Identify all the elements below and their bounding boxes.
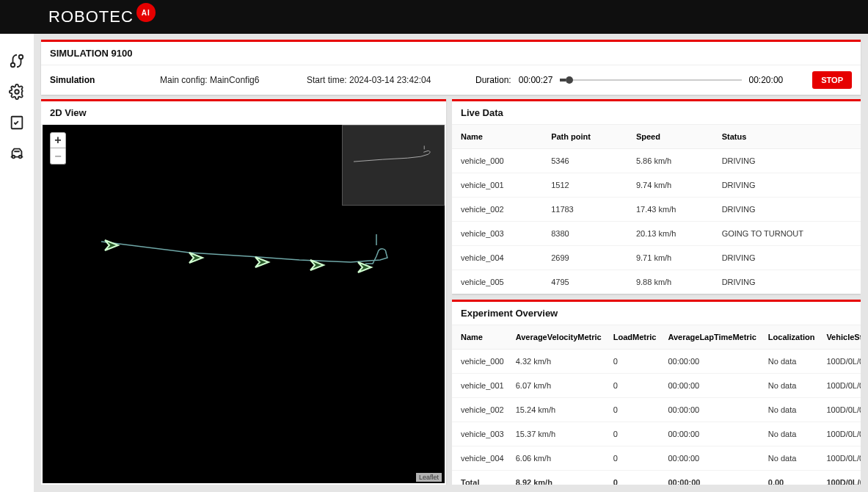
table-row[interactable]: vehicle_002 11783 17.43 km/h DRIVING [452, 198, 861, 222]
cell-avg-vel: 6.06 km/h [510, 446, 608, 471]
content: SIMULATION 9100 Simulation Main config: … [34, 34, 868, 492]
table-row[interactable]: vehicle_000 5346 5.86 km/h DRIVING [452, 149, 861, 173]
cell-avg-vel: 4.32 km/h [510, 350, 608, 374]
map-viewport[interactable]: + − [43, 125, 445, 483]
cell-speed: 9.88 km/h [627, 270, 713, 294]
stop-button[interactable]: STOP [812, 71, 852, 89]
col-load: LoadMetric [608, 325, 663, 350]
cell-name: vehicle_003 [452, 422, 510, 446]
table-row[interactable]: vehicle_000 4.32 km/h 0 00:00:00 No data… [452, 350, 861, 374]
map-panel: 2D View + − [41, 99, 446, 485]
progress-thumb[interactable] [566, 76, 573, 84]
cell-lap: 00:00:00 [662, 446, 762, 471]
cell-loc: 0.00 [762, 471, 821, 485]
progress-fill [560, 79, 565, 82]
title-panel: SIMULATION 9100 Simulation Main config: … [41, 40, 861, 95]
experiment-title: Experiment Overview [452, 302, 861, 325]
vehicle-icon[interactable] [9, 145, 25, 162]
minimap[interactable] [342, 125, 445, 206]
cell-speed: 9.74 km/h [627, 173, 713, 198]
cell-status: GOING TO TURNOUT [713, 222, 861, 246]
cell-name: vehicle_000 [452, 350, 510, 374]
progress-slider[interactable] [560, 79, 741, 81]
cell-path: 1512 [542, 173, 627, 198]
cell-status: DRIVING [713, 198, 861, 222]
cell-status: 100D/0L/0U/0W [820, 374, 861, 398]
info-start-time: Start time: 2024-03-14 23:42:04 [307, 75, 453, 85]
table-row[interactable]: vehicle_001 6.07 km/h 0 00:00:00 No data… [452, 374, 861, 398]
logo-ai-badge: AI [136, 3, 156, 22]
cell-name: Total [452, 471, 510, 485]
table-header-row: Name AverageVelocityMetric LoadMetric Av… [452, 325, 861, 350]
table-row[interactable]: vehicle_004 6.06 km/h 0 00:00:00 No data… [452, 446, 861, 471]
duration-value: 00:00:27 [519, 75, 553, 85]
topbar: ROBOTEC AI [0, 0, 868, 34]
cell-status: DRIVING [713, 246, 861, 270]
cell-name: vehicle_005 [452, 270, 542, 294]
table-row[interactable]: vehicle_005 4795 9.88 km/h DRIVING [452, 270, 861, 294]
cell-path: 8380 [542, 222, 627, 246]
cell-status: DRIVING [713, 149, 861, 173]
cell-load: 0 [608, 422, 663, 446]
live-data-title: Live Data [452, 101, 861, 125]
col-path: Path point [542, 125, 627, 149]
cell-name: vehicle_004 [452, 246, 542, 270]
svg-point-1 [19, 55, 23, 59]
table-row[interactable]: vehicle_002 15.24 km/h 0 00:00:00 No dat… [452, 398, 861, 422]
info-sim-label: Simulation [50, 75, 138, 85]
cell-loc: No data [762, 422, 821, 446]
gear-icon[interactable] [9, 84, 25, 100]
col-status: Status [713, 125, 861, 149]
cell-status: 100D/0L/0U/0W [820, 446, 861, 471]
live-data-panel: Live Data Name Path point Speed Status v… [452, 99, 861, 294]
table-row[interactable]: vehicle_003 8380 20.13 km/h GOING TO TUR… [452, 222, 861, 246]
cell-loc: No data [762, 446, 821, 471]
cell-avg-vel: 8.92 km/h [510, 471, 608, 485]
cell-name: vehicle_004 [452, 446, 510, 471]
logo: ROBOTEC AI [48, 7, 156, 26]
cell-load: 0 [608, 350, 663, 374]
cell-load: 0 [608, 446, 663, 471]
table-header-row: Name Path point Speed Status [452, 125, 861, 149]
svg-point-0 [11, 63, 15, 68]
logo-text: ROBOTEC [48, 7, 134, 26]
cell-avg-vel: 15.37 km/h [510, 422, 608, 446]
col-name: Name [452, 125, 542, 149]
cell-name: vehicle_001 [452, 374, 510, 398]
col-name: Name [452, 325, 510, 350]
cell-speed: 5.86 km/h [627, 149, 713, 173]
total-duration: 00:20:00 [749, 75, 784, 85]
col-speed: Speed [627, 125, 713, 149]
route-icon[interactable] [9, 53, 25, 69]
cell-path: 11783 [542, 198, 627, 222]
zoom-out-button[interactable]: − [50, 148, 66, 164]
experiment-panel: Experiment Overview Name AverageVelocity… [452, 300, 861, 485]
info-row: Simulation Main config: MainConfig6 Star… [41, 65, 861, 95]
cell-loc: No data [762, 374, 821, 398]
col-avg-vel: AverageVelocityMetric [510, 325, 608, 350]
cell-lap: 00:00:00 [662, 350, 762, 374]
cell-speed: 9.71 km/h [627, 246, 713, 270]
cell-path: 5346 [542, 149, 627, 173]
cell-name: vehicle_001 [452, 173, 542, 198]
map-title: 2D View [41, 101, 446, 125]
table-row[interactable]: vehicle_004 2699 9.71 km/h DRIVING [452, 246, 861, 270]
cell-lap: 00:00:00 [662, 374, 762, 398]
cell-path: 2699 [542, 246, 627, 270]
info-config: Main config: MainConfig6 [160, 75, 285, 85]
duration-label: Duration: [475, 75, 511, 85]
table-row[interactable]: vehicle_003 15.37 km/h 0 00:00:00 No dat… [452, 422, 861, 446]
zoom-controls: + − [50, 132, 66, 164]
cell-lap: 00:00:00 [662, 422, 762, 446]
cell-loc: No data [762, 350, 821, 374]
checklist-icon[interactable] [9, 115, 25, 131]
right-column: Live Data Name Path point Speed Status v… [452, 99, 861, 485]
cell-speed: 17.43 km/h [627, 198, 713, 222]
cell-status: 100D/0L/0U/0W [820, 398, 861, 422]
zoom-in-button[interactable]: + [50, 132, 66, 148]
cell-status: DRIVING [713, 173, 861, 198]
cell-loc: No data [762, 398, 821, 422]
cell-status: DRIVING [713, 270, 861, 294]
cell-name: vehicle_003 [452, 222, 542, 246]
table-row[interactable]: vehicle_001 1512 9.74 km/h DRIVING [452, 173, 861, 198]
